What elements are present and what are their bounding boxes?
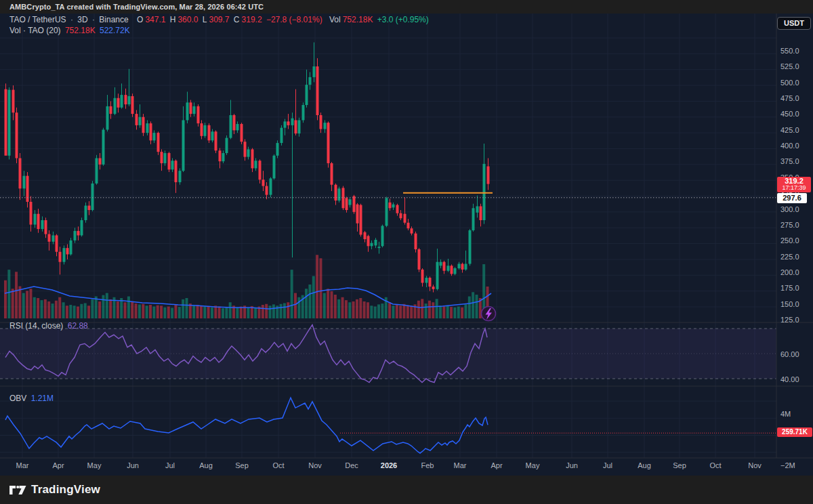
volume-indicator-legend[interactable]: Vol · TAO (20) 752.18K 522.72K xyxy=(9,26,132,35)
pane-separators xyxy=(0,14,813,458)
change-value: −27.8 (−8.01%) xyxy=(266,15,322,24)
grid-lines xyxy=(0,14,776,458)
time-tick-label: May xyxy=(87,461,102,469)
time-tick-label: Mar xyxy=(454,461,467,469)
price-tick-label: 300.0 xyxy=(780,205,799,213)
rsi-value: 62.88 xyxy=(68,321,88,331)
chart-canvas[interactable] xyxy=(0,14,813,476)
vol-label: Vol xyxy=(329,15,341,24)
price-tick-label: 550.0 xyxy=(780,47,799,55)
time-tick-label: Mar xyxy=(16,461,29,469)
bar-countdown: 17:17:39 xyxy=(777,185,811,191)
volume-bars xyxy=(4,255,489,318)
time-tick-label: Apr xyxy=(52,461,64,469)
open-label: O xyxy=(137,15,143,24)
interval[interactable]: 3D xyxy=(77,15,87,24)
time-tick-label: Apr xyxy=(491,461,502,469)
time-tick-label: Oct xyxy=(709,461,721,469)
tradingview-logo[interactable]: TradingView xyxy=(9,483,100,497)
time-tick-label: Jun xyxy=(127,461,139,469)
currency-toggle-button[interactable]: USDT xyxy=(777,17,811,30)
time-tick-label: Feb xyxy=(421,461,434,469)
tradingview-screenshot: AMBCrypto_TA created with TradingView.co… xyxy=(0,0,813,504)
exchange[interactable]: Binance xyxy=(99,15,128,24)
volume-ma: 522.72K xyxy=(100,26,130,35)
time-tick-label: Jul xyxy=(165,461,175,469)
price-tick-label: 475.0 xyxy=(780,94,799,102)
candlestick-series xyxy=(5,43,490,293)
vol-value: 752.18K xyxy=(343,15,373,24)
price-tick-label: 275.0 xyxy=(780,221,799,229)
price-tick-label: 500.0 xyxy=(780,79,799,87)
rsi-tick-label: 40.00 xyxy=(780,375,799,383)
low-label: L xyxy=(203,15,207,24)
obv-value: 1.21M xyxy=(31,394,54,403)
price-tick-label: 375.0 xyxy=(780,157,799,165)
time-tick-label: Nov xyxy=(308,461,322,469)
price-tick-label: 250.0 xyxy=(780,236,799,245)
low-value: 309.7 xyxy=(209,15,229,24)
time-tick-label: Jun xyxy=(566,461,578,469)
attribution-bar: AMBCrypto_TA created with TradingView.co… xyxy=(0,0,813,14)
obv-line xyxy=(5,398,776,453)
open-value: 347.1 xyxy=(145,15,165,24)
vol-change: +3.0 (+0.95%) xyxy=(377,15,429,24)
symbol-legend[interactable]: TAO / TetherUS · 3D · Binance O347.1 H36… xyxy=(9,15,431,24)
high-label: H xyxy=(170,15,176,24)
last-price-label: 319.2 17:17:39 xyxy=(777,177,811,192)
time-tick-label: Nov xyxy=(748,461,762,469)
chart-area[interactable]: TAO / TetherUS · 3D · Binance O347.1 H36… xyxy=(0,14,813,476)
obv-tick-label: 4M xyxy=(780,410,791,418)
time-tick-label: Sep xyxy=(235,461,249,469)
price-tick-label: 225.0 xyxy=(780,253,799,261)
drawing-price-label: 297.6 xyxy=(777,193,807,203)
rsi-title[interactable]: RSI (14, close) xyxy=(9,321,63,331)
drawing-lines xyxy=(0,193,776,198)
rsi-pane xyxy=(0,329,776,379)
footer-bar: TradingView xyxy=(0,476,813,504)
attribution-text: AMBCrypto_TA created with TradingView.co… xyxy=(9,3,264,11)
price-tick-label: 200.0 xyxy=(780,268,799,276)
time-tick-label: Aug xyxy=(199,461,213,469)
obv-title[interactable]: OBV xyxy=(9,394,26,403)
time-tick-label: 2026 xyxy=(381,461,397,469)
close-label: C xyxy=(234,15,240,24)
obv-tick-label: −2M xyxy=(780,461,795,469)
obv-level-label: 259.71K xyxy=(777,427,812,437)
rsi-tick-label: 60.00 xyxy=(780,350,799,358)
volume-current: 752.18K xyxy=(65,26,96,35)
tradingview-logo-text: TradingView xyxy=(31,483,100,497)
price-tick-label: 150.0 xyxy=(780,300,799,308)
price-tick-label: 125.0 xyxy=(780,316,799,324)
tradingview-logo-icon xyxy=(9,484,26,496)
price-tick-label: 175.0 xyxy=(780,284,799,292)
flash-icon[interactable] xyxy=(482,307,496,321)
rsi-legend[interactable]: RSI (14, close) 62.88 xyxy=(9,321,90,331)
symbol-name[interactable]: TAO / TetherUS xyxy=(9,15,66,24)
volume-indicator-title[interactable]: Vol · TAO (20) xyxy=(9,26,61,35)
time-tick-label: Dec xyxy=(345,461,358,469)
close-value: 319.2 xyxy=(242,15,262,24)
high-value: 360.0 xyxy=(178,15,198,24)
price-tick-label: 400.0 xyxy=(780,142,799,150)
obv-legend[interactable]: OBV 1.21M xyxy=(9,394,56,403)
price-tick-label: 450.0 xyxy=(780,110,799,118)
time-tick-label: Oct xyxy=(272,461,284,469)
time-tick-label: Sep xyxy=(673,461,686,469)
time-tick-label: Jul xyxy=(603,461,612,469)
time-tick-label: Aug xyxy=(638,461,651,469)
time-tick-label: May xyxy=(526,461,540,469)
price-tick-label: 425.0 xyxy=(780,126,799,134)
price-tick-label: 525.0 xyxy=(780,62,799,70)
